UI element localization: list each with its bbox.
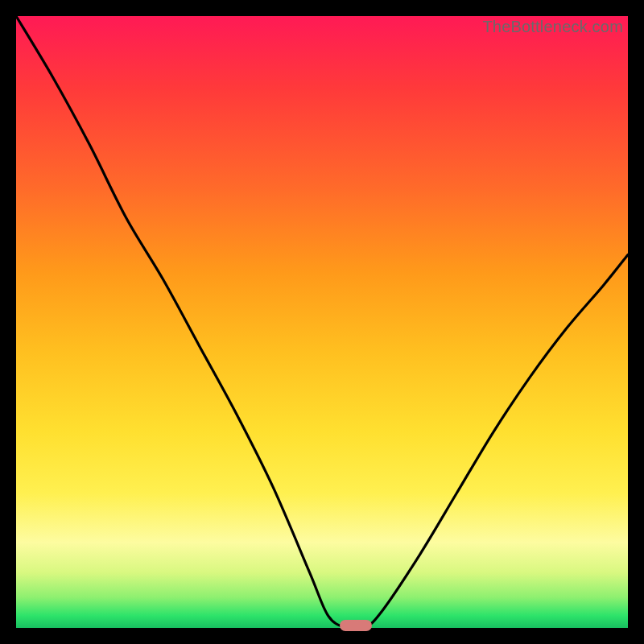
minimum-marker xyxy=(340,620,372,631)
bottleneck-curve xyxy=(16,16,628,628)
chart-frame: TheBottleneck.com xyxy=(0,0,644,644)
curve-path xyxy=(16,16,628,628)
plot-area: TheBottleneck.com xyxy=(16,16,628,628)
